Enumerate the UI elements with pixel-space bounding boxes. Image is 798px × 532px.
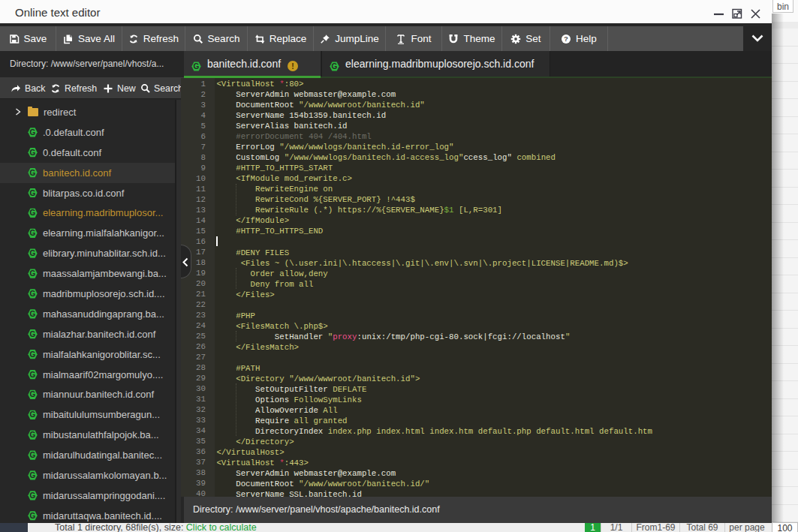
svg-text:?: ? — [564, 35, 568, 43]
